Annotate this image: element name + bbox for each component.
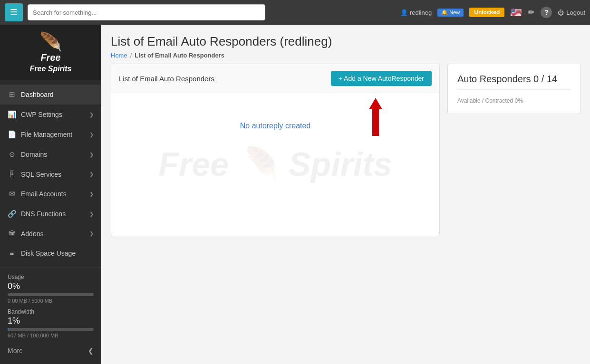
logout-label: Logout xyxy=(566,9,585,16)
panel-body: Free 🪶 Spirits No autoreply created xyxy=(111,93,439,236)
sidebar-label-dns: DNS Functions xyxy=(21,210,66,218)
chevron-right-icon-6: ❯ xyxy=(89,211,94,217)
edit-button[interactable]: ✏ xyxy=(528,7,535,18)
chevron-right-icon-7: ❯ xyxy=(89,230,94,237)
sidebar-item-domains[interactable]: ⊙ Domains ❯ xyxy=(0,144,101,164)
logout-button[interactable]: ⏻ Logout xyxy=(558,9,585,16)
usage-value: 0% xyxy=(8,281,94,291)
sidebar-item-cwp-settings[interactable]: 📊 CWP Settings ❯ xyxy=(0,105,101,125)
sql-icon: 🗄 xyxy=(8,170,16,178)
bandwidth-value: 1% xyxy=(8,316,94,326)
chevron-right-icon-2: ❯ xyxy=(89,132,94,138)
sidebar-label-file: File Management xyxy=(21,131,72,138)
sidebar-label-email: Email Accounts xyxy=(21,190,67,198)
sidebar: 🪶 Free Free Spirits ⊞ Dashboard 📊 CWP Se… xyxy=(0,25,101,364)
nav-right-area: 👤 redlineg 🔔 New Unlocked 🇺🇸 ✏ ? ⏻ Logou… xyxy=(400,7,585,18)
empty-state: No autoreply created xyxy=(121,112,430,130)
user-icon: 👤 xyxy=(400,9,408,16)
dns-icon: 🔗 xyxy=(8,210,16,218)
usage-detail: 0.00 MB / 5000 MB xyxy=(8,298,94,304)
arrow-head xyxy=(369,98,382,109)
logout-icon: ⏻ xyxy=(558,9,564,16)
more-label: More xyxy=(8,347,23,354)
stat-divider xyxy=(457,89,571,90)
sidebar-label-addons: Addons xyxy=(21,230,43,238)
top-navigation: ☰ 👤 redlineg 🔔 New Unlocked 🇺🇸 ✏ ? ⏻ Log… xyxy=(0,0,590,25)
chevron-right-icon-4: ❯ xyxy=(89,171,94,177)
arrow-shaft xyxy=(372,109,379,136)
dashboard-icon: ⊞ xyxy=(8,90,16,99)
page-header: List of Email Auto Responders (redlineg)… xyxy=(111,34,580,59)
chevron-right-icon: ❯ xyxy=(89,112,94,118)
main-layout: 🪶 Free Free Spirits ⊞ Dashboard 📊 CWP Se… xyxy=(0,25,590,364)
sidebar-item-dns-functions[interactable]: 🔗 DNS Functions ❯ xyxy=(0,204,101,224)
bandwidth-progress-fill xyxy=(8,328,9,331)
hamburger-button[interactable]: ☰ xyxy=(5,3,23,21)
disk-icon: ≡ xyxy=(8,249,16,257)
stat-subtitle: Available / Contracted 0% xyxy=(457,97,571,104)
cwp-settings-icon: 📊 xyxy=(8,110,16,119)
domains-icon: ⊙ xyxy=(8,150,16,159)
search-input[interactable] xyxy=(28,4,265,20)
sidebar-label-domains: Domains xyxy=(21,151,47,158)
sidebar-item-file-management[interactable]: 📄 File Management ❯ xyxy=(0,125,101,144)
more-chevron-icon: ❮ xyxy=(88,347,94,354)
breadcrumb: Home / List of Email Auto Responders xyxy=(111,52,580,59)
logo-free: Free xyxy=(40,52,60,63)
language-flag[interactable]: 🇺🇸 xyxy=(510,7,522,18)
sidebar-item-email-accounts[interactable]: ✉ Email Accounts ❯ xyxy=(0,184,101,204)
edit-icon: ✏ xyxy=(528,7,535,18)
hamburger-icon: ☰ xyxy=(10,7,18,18)
panel-title: List of Email Auto Responders xyxy=(119,75,214,83)
chevron-right-icon-3: ❯ xyxy=(89,152,94,158)
sidebar-item-addons[interactable]: 🏛 Addons ❯ xyxy=(0,224,101,243)
arrow-up-icon xyxy=(369,98,382,136)
bandwidth-detail: 607 MB / 100,000 MB xyxy=(8,333,94,338)
add-autoresponder-button[interactable]: + Add a New AutoResponder xyxy=(331,71,432,86)
sidebar-bottom: Usage 0% 0.00 MB / 5000 MB Bandwidth 1% … xyxy=(0,268,101,364)
file-mgmt-icon: 📄 xyxy=(8,130,16,139)
sidebar-item-dashboard[interactable]: ⊞ Dashboard xyxy=(0,85,101,105)
breadcrumb-current: List of Email Auto Responders xyxy=(135,52,224,59)
usage-label: Usage xyxy=(8,274,94,280)
breadcrumb-home[interactable]: Home xyxy=(111,52,127,59)
sidebar-label-cwp: CWP Settings xyxy=(21,111,62,118)
page-title: List of Email Auto Responders (redlineg) xyxy=(111,34,580,49)
stat-box: Auto Responders 0 / 14 Available / Contr… xyxy=(447,64,580,114)
main-panel: List of Email Auto Responders + Add a Ne… xyxy=(111,64,440,236)
sidebar-item-sql-services[interactable]: 🗄 SQL Services ❯ xyxy=(0,164,101,184)
more-link[interactable]: More ❮ xyxy=(8,343,94,358)
username-label: redlineg xyxy=(410,9,432,16)
empty-message: No autoreply created xyxy=(240,122,311,130)
content-area: List of Email Auto Responders (redlineg)… xyxy=(101,25,590,364)
sidebar-label-disk: Disk Space Usage xyxy=(21,249,76,257)
sidebar-item-disk-usage[interactable]: ≡ Disk Space Usage xyxy=(0,243,101,263)
sidebar-logo: 🪶 Free Free Spirits xyxy=(0,25,101,80)
bandwidth-label: Bandwidth xyxy=(8,308,94,315)
new-badge[interactable]: 🔔 New xyxy=(437,9,464,17)
help-button[interactable]: ? xyxy=(541,7,552,18)
unlocked-badge: Unlocked xyxy=(469,8,504,17)
username-link[interactable]: 👤 redlineg xyxy=(400,9,432,16)
breadcrumb-separator: / xyxy=(130,52,132,59)
help-icon: ? xyxy=(541,7,552,18)
arrow-annotation xyxy=(369,98,382,136)
content-body: List of Email Auto Responders + Add a Ne… xyxy=(111,64,580,236)
email-icon: ✉ xyxy=(8,190,16,198)
chevron-right-icon-5: ❯ xyxy=(89,191,94,197)
bandwidth-progress-bar xyxy=(8,328,94,331)
addons-icon: 🏛 xyxy=(8,230,16,238)
side-panel: Auto Responders 0 / 14 Available / Contr… xyxy=(447,64,580,236)
usage-progress-bar xyxy=(8,293,94,296)
stat-title: Auto Responders 0 / 14 xyxy=(457,74,571,85)
sidebar-label-sql: SQL Services xyxy=(21,171,61,178)
logo-spirits: Free Spirits xyxy=(29,65,71,73)
sidebar-label-dashboard: Dashboard xyxy=(21,91,54,98)
sidebar-menu: ⊞ Dashboard 📊 CWP Settings ❯ 📄 File Mana… xyxy=(0,80,101,268)
panel-header: List of Email Auto Responders + Add a Ne… xyxy=(111,64,439,93)
